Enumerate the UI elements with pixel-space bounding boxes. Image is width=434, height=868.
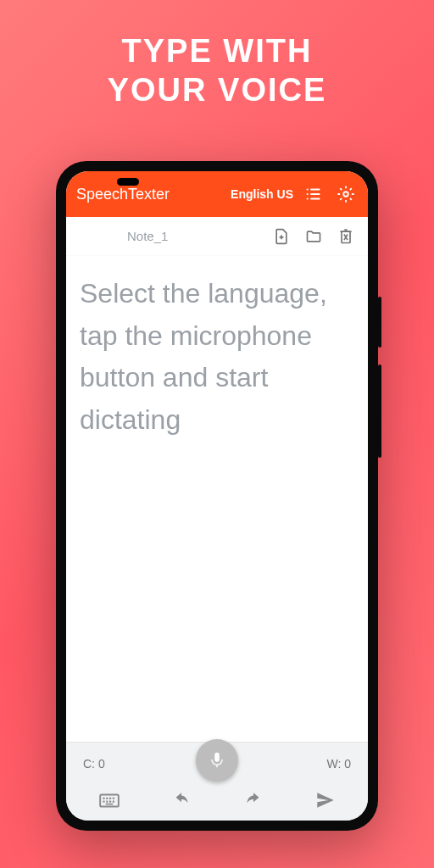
note-title[interactable]: Note_1 bbox=[80, 229, 258, 243]
language-selector[interactable]: English US bbox=[231, 187, 293, 201]
phone-frame: SpeechTexter English US N bbox=[56, 161, 378, 831]
keyboard-icon[interactable] bbox=[86, 783, 133, 817]
svg-point-0 bbox=[307, 188, 309, 190]
document-bar: Note_1 bbox=[66, 217, 368, 256]
svg-rect-23 bbox=[105, 804, 113, 805]
list-icon[interactable] bbox=[302, 182, 326, 206]
svg-rect-20 bbox=[106, 801, 108, 803]
svg-rect-15 bbox=[103, 798, 104, 799]
svg-rect-18 bbox=[112, 798, 114, 799]
promo-title: TYPE WITH YOUR VOICE bbox=[0, 0, 434, 109]
redo-icon[interactable] bbox=[230, 783, 277, 817]
svg-point-6 bbox=[343, 192, 348, 197]
phone-side-button bbox=[378, 364, 381, 458]
new-file-icon[interactable] bbox=[273, 228, 290, 245]
app-title: SpeechTexter bbox=[76, 186, 222, 203]
phone-notch bbox=[117, 178, 139, 186]
svg-rect-16 bbox=[106, 798, 108, 799]
app-screen: SpeechTexter English US N bbox=[66, 171, 368, 821]
app-bar: SpeechTexter English US bbox=[66, 171, 368, 217]
folder-icon[interactable] bbox=[305, 228, 322, 245]
svg-point-2 bbox=[307, 193, 309, 195]
footer-counts-row: C: 0 W: 0 bbox=[66, 743, 368, 780]
word-count: W: 0 bbox=[326, 757, 351, 771]
phone-side-button bbox=[378, 297, 381, 348]
svg-rect-22 bbox=[112, 801, 114, 803]
promo-line1: TYPE WITH bbox=[0, 32, 434, 71]
svg-rect-17 bbox=[109, 798, 111, 799]
svg-point-4 bbox=[307, 198, 309, 199]
text-area[interactable]: Select the language, tap the microphone … bbox=[66, 256, 368, 742]
send-icon[interactable] bbox=[302, 783, 349, 817]
promo-line2: YOUR VOICE bbox=[0, 71, 434, 110]
gear-icon[interactable] bbox=[334, 182, 358, 206]
footer-actions-row bbox=[66, 780, 368, 821]
microphone-icon bbox=[208, 751, 226, 770]
svg-rect-14 bbox=[100, 795, 119, 807]
microphone-button[interactable] bbox=[196, 739, 238, 782]
placeholder-text: Select the language, tap the microphone … bbox=[80, 273, 354, 441]
footer: C: 0 W: 0 bbox=[66, 742, 368, 821]
delete-icon[interactable] bbox=[337, 228, 354, 245]
undo-icon[interactable] bbox=[158, 783, 205, 817]
svg-rect-21 bbox=[109, 801, 111, 803]
char-count: C: 0 bbox=[83, 757, 105, 771]
svg-rect-19 bbox=[103, 801, 104, 803]
